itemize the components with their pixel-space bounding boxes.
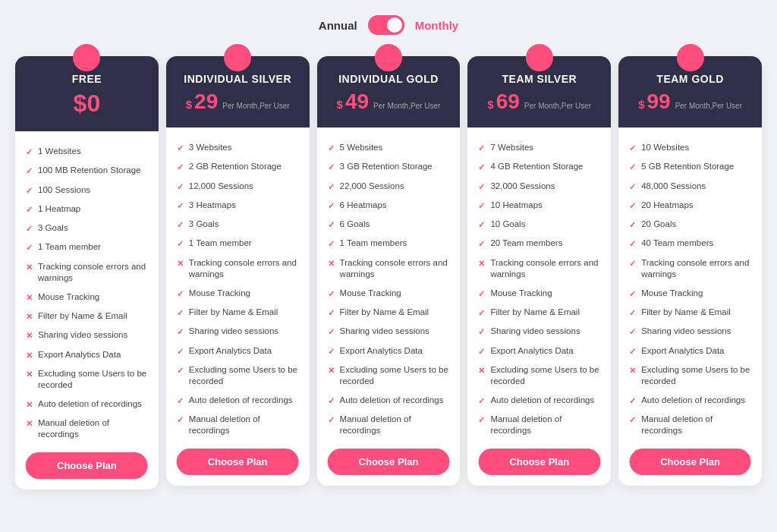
- feature-text: 3 GB Retention Storage: [340, 161, 433, 172]
- cross-icon: ✕: [177, 258, 184, 269]
- check-icon: ✓: [478, 288, 485, 299]
- feature-text: Manual deletion of recordings: [38, 417, 148, 440]
- feature-item: ✓Filter by Name & Email: [177, 303, 299, 322]
- choose-plan-button-individual-gold[interactable]: Choose Plan: [328, 449, 450, 475]
- feature-item: ✓100 MB Retention Storage: [26, 161, 148, 180]
- feature-text: Sharing video sessions: [641, 326, 731, 337]
- feature-item: ✓Export Analytics Data: [629, 342, 751, 360]
- billing-toggle[interactable]: [368, 15, 404, 35]
- feature-text: 1 Websites: [38, 146, 81, 157]
- plan-features-team-silver: ✓7 Websites✓4 GB Retention Storage✓32,00…: [467, 127, 611, 486]
- check-icon: ✓: [629, 219, 636, 230]
- feature-text: Auto deletion of recordings: [641, 395, 745, 406]
- feature-item: ✓1 Team member: [177, 234, 299, 253]
- plan-badge-individual-gold: [375, 44, 402, 71]
- feature-text: 20 Goals: [641, 219, 676, 230]
- check-icon: ✓: [328, 288, 335, 299]
- cross-icon: ✕: [328, 365, 335, 376]
- feature-text: 4 GB Retention Storage: [490, 161, 583, 172]
- feature-item: ✕Tracking console errors and warnings: [328, 253, 450, 284]
- feature-text: Tracking console errors and warnings: [490, 257, 600, 280]
- check-icon: ✓: [478, 326, 485, 337]
- plan-features-free: ✓1 Websites✓100 MB Retention Storage✓100…: [15, 131, 159, 490]
- plan-name-free: FREE: [26, 73, 148, 85]
- check-icon: ✓: [26, 204, 33, 215]
- plan-name-individual-gold: INDIVIDUAL GOLD: [328, 73, 450, 85]
- check-icon: ✓: [629, 326, 636, 337]
- feature-item: ✓6 Goals: [328, 215, 450, 234]
- feature-text: Auto deletion of recordings: [490, 395, 594, 406]
- check-icon: ✓: [328, 346, 335, 357]
- feature-text: Mouse Tracking: [38, 291, 99, 303]
- check-icon: ✓: [478, 219, 485, 230]
- plan-price-row-individual-gold: $49Per Month,Per User: [328, 90, 450, 114]
- plan-card-free: FREE$0✓1 Websites✓100 MB Retention Stora…: [15, 56, 159, 490]
- feature-item: ✓Auto deletion of recordings: [177, 391, 299, 410]
- feature-item: ✓3 Goals: [26, 219, 148, 238]
- feature-text: 1 Team member: [189, 238, 252, 249]
- plan-card-team-silver: TEAM SILVER$69Per Month,Per User✓7 Websi…: [467, 56, 611, 486]
- plan-card-individual-silver: INDIVIDUAL SILVER$29Per Month,Per User✓3…: [166, 56, 310, 486]
- check-icon: ✓: [478, 307, 485, 318]
- cross-icon: ✕: [478, 365, 485, 376]
- feature-item: ✕Tracking console errors and warnings: [177, 253, 299, 284]
- check-icon: ✓: [478, 181, 485, 192]
- check-icon: ✓: [26, 223, 33, 234]
- feature-item: ✓5 GB Retention Storage: [629, 157, 751, 176]
- plan-currency-individual-silver: $: [186, 98, 192, 111]
- check-icon: ✓: [478, 162, 485, 172]
- check-icon: ✓: [629, 258, 636, 269]
- feature-item: ✓7 Websites: [478, 138, 600, 157]
- feature-text: 6 Goals: [340, 219, 370, 230]
- feature-text: 3 Heatmaps: [189, 200, 236, 211]
- check-icon: ✓: [177, 307, 184, 318]
- plan-price-row-individual-silver: $29Per Month,Per User: [177, 90, 299, 114]
- check-icon: ✓: [177, 181, 184, 192]
- feature-text: Filter by Name & Email: [490, 307, 580, 318]
- feature-text: Mouse Tracking: [641, 288, 703, 299]
- feature-text: 40 Team members: [641, 238, 713, 249]
- check-icon: ✓: [177, 326, 184, 337]
- plan-name-team-silver: TEAM SILVER: [478, 73, 600, 85]
- feature-item: ✓40 Team members: [629, 234, 751, 253]
- feature-text: Excluding some Users to be recorded: [340, 364, 450, 387]
- feature-item: ✓Export Analytics Data: [328, 342, 450, 360]
- feature-text: Filter by Name & Email: [189, 307, 278, 318]
- feature-item: ✓48,000 Sessions: [629, 177, 751, 196]
- feature-item: ✓3 Goals: [177, 215, 299, 234]
- choose-plan-button-individual-silver[interactable]: Choose Plan: [177, 449, 299, 475]
- check-icon: ✓: [26, 165, 33, 176]
- feature-text: Tracking console errors and warnings: [189, 257, 299, 280]
- check-icon: ✓: [629, 346, 636, 357]
- check-icon: ✓: [328, 181, 335, 192]
- feature-text: 3 Goals: [38, 222, 68, 234]
- cross-icon: ✕: [26, 262, 33, 272]
- plan-name-team-gold: TEAM GOLD: [629, 73, 751, 85]
- check-icon: ✓: [177, 162, 184, 172]
- plans-container: FREE$0✓1 Websites✓100 MB Retention Stora…: [15, 56, 762, 490]
- feature-text: Mouse Tracking: [340, 288, 401, 299]
- feature-text: Export Analytics Data: [641, 345, 724, 357]
- feature-item: ✕Mouse Tracking: [26, 288, 148, 307]
- feature-item: ✓1 Websites: [26, 142, 148, 161]
- feature-text: Tracking console errors and warnings: [38, 261, 148, 284]
- feature-item: ✓6 Heatmaps: [328, 196, 450, 215]
- feature-item: ✓Filter by Name & Email: [478, 303, 600, 322]
- feature-text: 10 Websites: [641, 142, 689, 153]
- plan-currency-team-silver: $: [487, 98, 493, 111]
- feature-item: ✓32,000 Sessions: [478, 177, 600, 196]
- check-icon: ✓: [177, 365, 184, 376]
- feature-text: Sharing video sessions: [490, 326, 580, 337]
- choose-plan-button-team-silver[interactable]: Choose Plan: [478, 449, 600, 475]
- plan-price-free: $0: [26, 90, 148, 118]
- check-icon: ✓: [328, 395, 335, 406]
- check-icon: ✓: [328, 307, 335, 318]
- feature-text: Sharing video sessions: [38, 329, 127, 341]
- billing-toggle-row: Annual Monthly: [15, 15, 762, 35]
- check-icon: ✓: [177, 238, 184, 249]
- feature-item: ✓Mouse Tracking: [478, 284, 600, 303]
- feature-item: ✓10 Websites: [629, 138, 751, 157]
- choose-plan-button-team-gold[interactable]: Choose Plan: [629, 449, 751, 475]
- feature-text: 20 Heatmaps: [641, 200, 693, 211]
- choose-plan-button-free[interactable]: Choose Plan: [26, 452, 148, 479]
